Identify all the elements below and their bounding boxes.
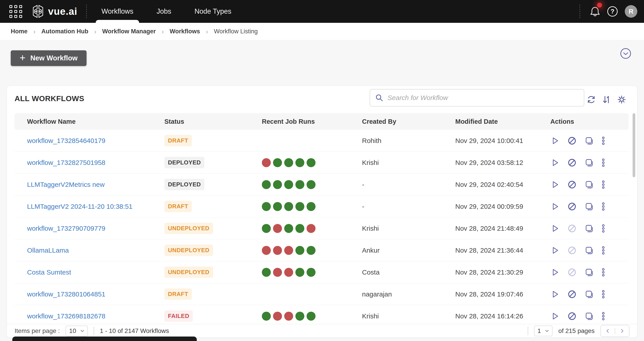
block-workflow-icon[interactable] <box>567 136 577 145</box>
status-badge: FAILED <box>164 310 193 322</box>
duplicate-workflow-icon[interactable] <box>584 246 594 255</box>
row-actions <box>550 136 619 145</box>
job-run-dot-green <box>296 180 304 189</box>
job-run-dot-green <box>296 224 304 233</box>
job-run-dot-red <box>262 158 271 167</box>
pages-count: of 215 pages <box>558 327 594 334</box>
job-run-dot-green <box>296 268 304 277</box>
search-input[interactable] <box>387 94 578 102</box>
apps-grid-icon[interactable] <box>10 5 22 18</box>
job-run-dot-green <box>284 202 293 211</box>
duplicate-workflow-icon[interactable] <box>584 158 594 167</box>
modified-date: Nov 28, 2024 16:14:26 <box>455 312 550 320</box>
workflow-name-link[interactable]: Costa Sumtest <box>27 268 71 276</box>
block-workflow-icon[interactable] <box>567 180 577 189</box>
workflow-name-link[interactable]: LLMTaggerV2Metrics new <box>27 181 105 188</box>
new-workflow-label: New Workflow <box>30 54 78 62</box>
workflow-name-link[interactable]: workflow_1732698182678 <box>27 312 105 320</box>
nav-item-jobs[interactable]: Jobs <box>156 0 171 23</box>
collapse-panel-icon[interactable] <box>620 48 632 59</box>
page-nav-group <box>600 325 630 337</box>
more-options-icon[interactable] <box>601 311 605 321</box>
workflow-name-cell: workflow_1732801064851 <box>27 290 164 298</box>
more-options-icon[interactable] <box>601 136 605 145</box>
nav-divider <box>86 5 87 18</box>
workflow-name-link[interactable]: workflow_1732801064851 <box>27 290 105 298</box>
run-workflow-icon[interactable] <box>550 158 560 167</box>
new-workflow-button[interactable]: + New Workflow <box>11 50 86 66</box>
brand-logo[interactable]: vue.ai <box>32 5 77 18</box>
refresh-icon[interactable] <box>586 95 596 104</box>
more-options-icon[interactable] <box>601 268 605 277</box>
created-by: Krishi <box>362 225 455 232</box>
page-select[interactable]: 1 <box>534 325 553 336</box>
more-options-icon[interactable] <box>601 289 605 299</box>
workflow-name-link[interactable]: workflow_1732827501958 <box>27 159 105 166</box>
items-per-page-select[interactable]: 10 <box>66 325 88 336</box>
duplicate-workflow-icon[interactable] <box>584 202 594 211</box>
breadcrumb: Home›Automation Hub›Workflow Manager›Wor… <box>0 23 644 40</box>
more-options-icon[interactable] <box>601 180 605 189</box>
workflow-name-cell: workflow_1732827501958 <box>27 159 164 166</box>
run-workflow-icon[interactable] <box>550 202 560 211</box>
duplicate-workflow-icon[interactable] <box>584 136 594 145</box>
workflow-name-link[interactable]: workflow_1732790709779 <box>27 225 105 232</box>
breadcrumb-item[interactable]: Home <box>11 28 28 35</box>
table-header-row: Workflow NameStatusRecent Job RunsCreate… <box>14 113 628 130</box>
run-workflow-icon[interactable] <box>550 268 560 277</box>
help-icon[interactable]: ? <box>607 6 618 17</box>
recent-job-runs <box>262 224 362 233</box>
workflow-name-link[interactable]: workflow_1732854640179 <box>27 137 105 144</box>
block-workflow-icon[interactable] <box>567 202 577 211</box>
workflow-name-cell: workflow_1732698182678 <box>27 312 164 320</box>
prev-page-icon[interactable] <box>605 328 610 333</box>
more-options-icon[interactable] <box>601 224 605 233</box>
status-badge: UNDEPLOYED <box>164 266 213 278</box>
user-avatar[interactable]: R <box>625 5 637 18</box>
column-header-workflow-name: Workflow Name <box>27 118 164 125</box>
job-run-dot-green <box>306 312 316 321</box>
breadcrumb-item[interactable]: Automation Hub <box>41 28 88 35</box>
block-workflow-icon[interactable] <box>567 158 577 167</box>
run-workflow-icon[interactable] <box>550 311 560 321</box>
run-workflow-icon[interactable] <box>550 136 560 145</box>
settings-icon[interactable] <box>617 95 626 104</box>
block-workflow-icon[interactable] <box>567 246 577 255</box>
search-box[interactable] <box>370 89 584 107</box>
run-workflow-icon[interactable] <box>550 224 560 233</box>
block-workflow-icon[interactable] <box>567 268 577 277</box>
run-workflow-icon[interactable] <box>550 289 560 299</box>
block-workflow-icon[interactable] <box>567 289 577 299</box>
duplicate-workflow-icon[interactable] <box>584 224 594 233</box>
notifications-bell-icon[interactable] <box>590 6 600 17</box>
breadcrumb-item[interactable]: Workflows <box>170 28 200 35</box>
job-run-dot-green <box>262 268 271 277</box>
block-workflow-icon[interactable] <box>567 311 577 321</box>
breadcrumb-item[interactable]: Workflow Manager <box>102 28 156 35</box>
run-workflow-icon[interactable] <box>550 180 560 189</box>
nav-item-workflows[interactable]: Workflows <box>102 0 133 23</box>
scrollbar-thumb[interactable] <box>632 113 635 177</box>
workflow-name-link[interactable]: OllamaLLama <box>27 247 69 254</box>
duplicate-workflow-icon[interactable] <box>584 289 594 299</box>
block-workflow-icon[interactable] <box>567 224 577 233</box>
row-actions <box>550 202 619 211</box>
more-options-icon[interactable] <box>601 246 605 255</box>
sort-icon[interactable] <box>602 95 611 104</box>
nav-right-divider <box>580 5 580 18</box>
workflow-name-link[interactable]: LLMTaggerV2 2024-11-20 10:38:51 <box>27 203 132 210</box>
more-options-icon[interactable] <box>601 158 605 167</box>
status-badge: UNDEPLOYED <box>164 223 213 234</box>
duplicate-workflow-icon[interactable] <box>584 311 594 321</box>
table-body: workflow_1732854640179 DRAFT Rohith Nov … <box>14 130 630 324</box>
duplicate-workflow-icon[interactable] <box>584 268 594 277</box>
modified-date: Nov 28, 2024 19:07:46 <box>455 290 550 298</box>
duplicate-workflow-icon[interactable] <box>584 180 594 189</box>
nav-item-node-types[interactable]: Node Types <box>194 0 232 23</box>
breadcrumb-item[interactable]: Workflow Listing <box>214 28 258 35</box>
next-page-icon[interactable] <box>620 328 624 333</box>
more-options-icon[interactable] <box>601 202 605 211</box>
run-workflow-icon[interactable] <box>550 246 560 255</box>
created-by: - <box>362 203 455 210</box>
card-title: ALL WORKFLOWS <box>14 94 84 103</box>
